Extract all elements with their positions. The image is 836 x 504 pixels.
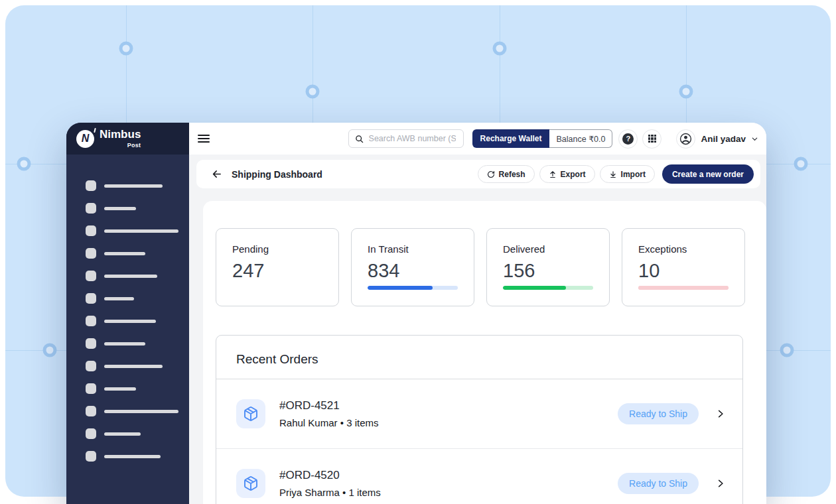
import-icon <box>609 170 617 178</box>
search-input[interactable] <box>368 133 457 144</box>
sidebar-skeleton-item <box>86 428 189 439</box>
help-button[interactable]: ? <box>618 129 638 149</box>
grid-node <box>43 344 57 357</box>
sidebar-brand: N Nimbus Post <box>66 123 189 155</box>
chevron-right-icon[interactable] <box>716 409 725 418</box>
stat-card-pending: Pending 247 <box>216 228 339 306</box>
stat-progress-bar <box>368 286 458 290</box>
stat-value: 156 <box>503 260 593 282</box>
dashboard-panel: Pending 247 In Transit 834 Delivered 156 <box>203 201 766 504</box>
sidebar-skeleton-item <box>86 338 189 349</box>
recent-orders-card: Recent Orders #ORD-4521 Rahul Kumar • 3 … <box>216 335 743 504</box>
sidebar-skeleton-item <box>86 451 189 462</box>
grid-node <box>780 344 794 357</box>
recent-orders-title: Recent Orders <box>236 352 318 367</box>
sidebar-skeleton-item <box>86 271 189 281</box>
grid-node <box>119 42 133 56</box>
hamburger-menu-icon[interactable] <box>198 135 210 143</box>
sidebar-skeleton-item <box>86 383 189 394</box>
package-icon <box>243 475 259 491</box>
question-mark-icon: ? <box>622 133 634 145</box>
action-bar: Shipping Dashboard Refesh Export <box>196 160 760 188</box>
stat-label: Exceptions <box>638 243 729 255</box>
package-icon-tile <box>236 469 265 498</box>
grid-node <box>794 157 808 171</box>
order-row[interactable]: #ORD-4520 Priya Sharma • 1 items Ready t… <box>216 449 742 504</box>
sidebar-skeleton-item <box>86 406 189 416</box>
stat-card-in-transit: In Transit 834 <box>351 228 474 306</box>
stat-label: Pending <box>232 243 322 255</box>
order-info: #ORD-4521 Rahul Kumar • 3 items <box>279 399 378 428</box>
package-icon <box>243 406 259 422</box>
sidebar-skeleton-item <box>86 180 189 191</box>
stat-value: 834 <box>368 260 458 282</box>
search-icon <box>355 135 364 143</box>
wallet-balance[interactable]: Balance ₹0.0 <box>549 129 612 148</box>
recent-orders-header: Recent Orders <box>216 336 742 379</box>
grid-node <box>306 85 320 99</box>
stat-label: Delivered <box>503 243 593 255</box>
sidebar: N Nimbus Post <box>66 123 189 504</box>
awb-search[interactable] <box>348 129 464 148</box>
back-arrow-icon[interactable] <box>211 168 222 180</box>
status-badge: Ready to Ship <box>618 473 699 494</box>
refresh-button[interactable]: Refesh <box>478 165 535 183</box>
recharge-wallet-button[interactable]: Recharge Wallet <box>472 129 550 148</box>
brand-name: Nimbus <box>100 128 141 141</box>
import-button[interactable]: Import <box>600 165 655 183</box>
avatar <box>676 129 695 149</box>
refresh-icon <box>487 170 495 178</box>
order-id: #ORD-4521 <box>279 399 378 412</box>
order-subtitle: Priya Sharma • 1 items <box>279 487 381 498</box>
order-row[interactable]: #ORD-4521 Rahul Kumar • 3 items Ready to… <box>216 379 742 449</box>
main-area: Shipping Dashboard Refesh Export <box>189 155 766 504</box>
export-button[interactable]: Export <box>539 165 595 183</box>
wallet-control: Recharge Wallet Balance ₹0.0 <box>472 129 613 148</box>
stat-label: In Transit <box>368 243 458 255</box>
order-subtitle: Rahul Kumar • 3 items <box>279 417 378 428</box>
stat-value: 247 <box>232 260 322 282</box>
content-column: Recharge Wallet Balance ₹0.0 ? <box>189 123 766 504</box>
user-icon <box>679 133 692 145</box>
apps-grid-icon <box>648 135 657 143</box>
chevron-down-icon <box>751 135 758 143</box>
nimbus-logo-icon: N <box>76 130 94 148</box>
sidebar-skeleton-item <box>86 316 189 326</box>
package-icon-tile <box>236 399 265 428</box>
sidebar-skeleton-item <box>86 248 189 259</box>
status-badge: Ready to Ship <box>618 403 699 424</box>
order-info: #ORD-4520 Priya Sharma • 1 items <box>279 469 381 498</box>
grid-node <box>679 85 693 99</box>
grid-node <box>17 157 31 171</box>
stat-value: 10 <box>638 260 729 282</box>
sidebar-skeleton-item <box>86 293 189 304</box>
sidebar-skeleton-item <box>86 361 189 371</box>
stat-cards: Pending 247 In Transit 834 Delivered 156 <box>216 228 745 306</box>
app-window: N Nimbus Post Recharge Wallet Balance <box>66 123 766 504</box>
brand-text: Nimbus Post <box>100 129 141 149</box>
sidebar-skeleton-item <box>86 203 189 214</box>
page-title: Shipping Dashboard <box>232 169 322 180</box>
export-icon <box>549 170 557 178</box>
action-buttons: Refesh Export Import <box>478 164 754 184</box>
stat-card-exceptions: Exceptions 10 <box>622 228 745 306</box>
sidebar-skeleton <box>66 155 189 473</box>
grid-node <box>493 42 507 56</box>
order-id: #ORD-4520 <box>279 469 381 482</box>
create-order-button[interactable]: Create a new order <box>662 164 754 184</box>
brand-subtitle: Post <box>100 142 141 149</box>
chevron-right-icon[interactable] <box>716 479 725 488</box>
apps-button[interactable] <box>642 129 662 149</box>
user-name: Anil yadav <box>701 134 746 144</box>
sidebar-skeleton-item <box>86 225 189 236</box>
stat-card-delivered: Delivered 156 <box>486 228 610 306</box>
user-menu[interactable]: Anil yadav <box>676 129 758 149</box>
stat-progress-bar <box>638 286 729 290</box>
topbar: Recharge Wallet Balance ₹0.0 ? <box>189 123 766 155</box>
stat-progress-bar <box>503 286 593 290</box>
